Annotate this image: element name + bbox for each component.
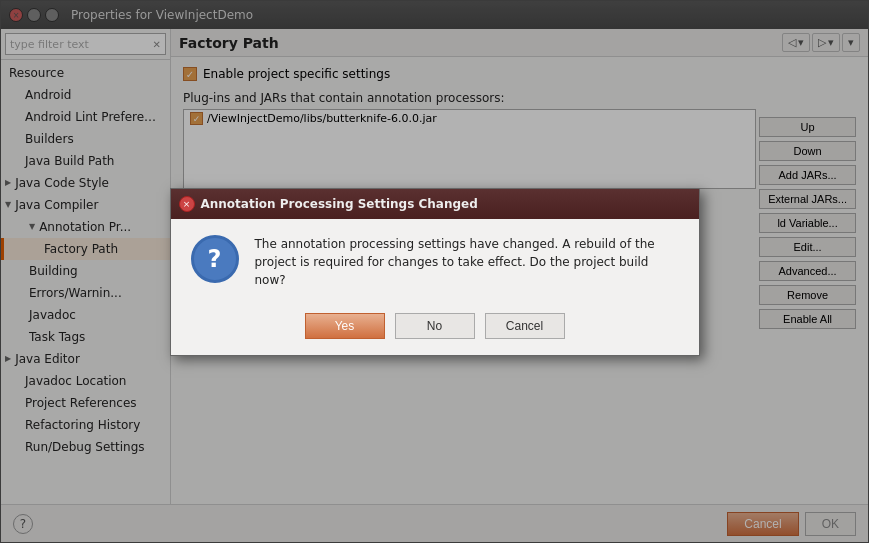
dialog-yes-button[interactable]: Yes — [305, 313, 385, 339]
dialog-cancel-button[interactable]: Cancel — [485, 313, 565, 339]
dialog-body: ? The annotation processing settings hav… — [171, 219, 699, 305]
dialog: × Annotation Processing Settings Changed… — [170, 188, 700, 356]
dialog-info-icon: ? — [191, 235, 239, 283]
dialog-close-button[interactable]: × — [179, 196, 195, 212]
dialog-message: The annotation processing settings have … — [255, 235, 679, 289]
dialog-no-button[interactable]: No — [395, 313, 475, 339]
dialog-overlay: × Annotation Processing Settings Changed… — [0, 0, 869, 543]
dialog-title: Annotation Processing Settings Changed — [201, 197, 478, 211]
dialog-buttons: Yes No Cancel — [171, 305, 699, 355]
dialog-title-bar: × Annotation Processing Settings Changed — [171, 189, 699, 219]
main-window: × Properties for ViewInjectDemo type fil… — [0, 0, 869, 543]
